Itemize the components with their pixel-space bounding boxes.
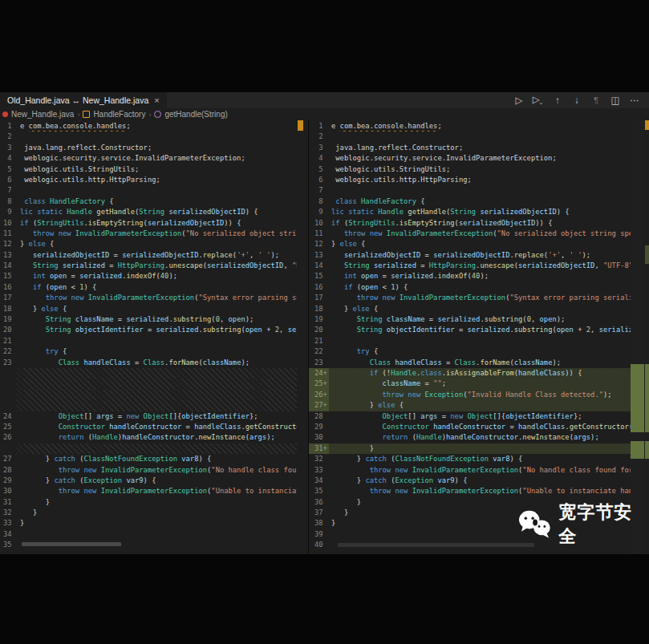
diagonal-hatch [16,379,297,389]
right-horizontal-scrollbar[interactable] [338,543,534,547]
line-number: 25+ [314,379,324,389]
code-row-inserted[interactable]: 31+ } [309,444,631,454]
previous-change-button[interactable]: ↑ [548,92,567,108]
code-row[interactable]: 10if (StringUtils.isEmptyString(serializ… [0,218,297,229]
code-row[interactable]: 22 try { [309,346,631,357]
code-row[interactable]: 12} else { [0,239,297,249]
code-row[interactable]: 21 [0,336,297,346]
code-row[interactable]: 7 [309,185,631,196]
breadcrumb-item[interactable]: HandleFactory [83,110,145,119]
code-row-inserted[interactable]: 25+ className = ""; [309,379,631,389]
code-row[interactable]: 23 Class handleClass = Class.forName(cla… [309,358,631,368]
toggle-whitespace-button[interactable]: ¶ [586,92,606,108]
code-row[interactable]: 17 throw new InvalidParameterException("… [309,293,631,303]
code-row[interactable]: 26 return (Handle)handleConstructor.newI… [0,432,297,443]
breadcrumb-label: New_Handle.java [11,110,74,119]
code-row[interactable]: 20 String objectIdentifier = serialized.… [309,325,631,335]
code-row[interactable]: 9lic static Handle getHandle(String seri… [0,207,297,217]
line-number: 3 [3,143,13,153]
code-row[interactable]: 11 throw new InvalidParameterException("… [309,229,631,239]
line-number: 23 [3,358,13,368]
code-row[interactable]: 1e com.bea.console.handles; [0,121,297,132]
code-row[interactable]: 18 } else { [0,304,297,314]
code-row[interactable]: 31 } [0,497,297,508]
warning-mark [645,120,649,130]
code-row[interactable]: 21 [309,336,631,346]
code-row[interactable]: 30 return (Handle)handleConstructor.newI… [309,432,631,443]
code-row[interactable]: 33 throw new InvalidParameterException("… [309,465,631,476]
code-row[interactable]: 16 if (open < 1) { [0,282,297,293]
code-row[interactable]: 6 weblogic.utils.http.HttpParsing; [0,175,297,185]
code-row[interactable]: 25 Constructor handleConstructor = handl… [0,422,297,432]
code-row[interactable]: 15 int open = serialized.indexOf(40); [309,271,631,281]
code-row[interactable]: 9lic static Handle getHandle(String seri… [309,207,631,217]
code-row[interactable]: 29 } catch (Exception var9) { [0,476,297,486]
code-row[interactable]: 8 class HandleFactory { [309,196,631,207]
code-row[interactable]: 3 java.lang.reflect.Constructor; [309,143,631,153]
next-change-button[interactable]: ↓ [567,92,586,108]
code-row[interactable]: 7 [0,185,297,196]
minimap[interactable] [631,120,644,554]
code-row[interactable]: 32 } catch (ClassNotFoundException var8)… [309,454,631,464]
code-row[interactable]: 19 String className = serialized.substri… [309,314,631,325]
code-row[interactable]: 28 Object[] args = new Object[]{objectId… [309,411,631,422]
code-row[interactable]: 4 weblogic.security.service.InvalidParam… [309,153,631,164]
breadcrumb-item[interactable]: New_Handle.java [2,110,74,119]
diff-tab[interactable]: Old_Handle.java ↔ New_Handle.java × [0,92,167,108]
code-row[interactable]: 27 } catch (ClassNotFoundException var8)… [0,454,297,464]
code-row[interactable]: 34 [0,529,297,540]
close-icon[interactable]: × [154,96,159,105]
code-line [331,185,631,196]
code-row[interactable]: 5 weblogic.utils.StringUtils; [0,164,297,175]
code-row[interactable]: 13 serializedObjectID = serializedObject… [0,250,297,261]
diff-filler-row [0,400,297,411]
code-row[interactable]: 29 Constructor handleConstructor = handl… [309,422,631,432]
run-or-debug-button[interactable]: ▷⌄ [529,91,548,109]
code-row[interactable]: 3 java.lang.reflect.Constructor; [0,143,297,153]
code-line: } [20,497,297,508]
code-row[interactable]: 1e com.bea.console.handles; [309,121,631,132]
code-row[interactable]: 23 Class handleClass = Class.forName(cla… [0,358,297,368]
code-row[interactable]: 28 throw new InvalidParameterException("… [0,465,297,476]
code-row[interactable]: 33} [0,518,297,529]
code-row[interactable]: 10if (StringUtils.isEmptyString(serializ… [309,218,631,229]
code-row-inserted[interactable]: 27+ } else { [309,400,631,411]
code-row[interactable]: 17 throw new InvalidParameterException("… [0,293,297,303]
code-row[interactable]: 15 int open = serialized.indexOf(40); [0,271,297,281]
code-row[interactable]: 13 serializedObjectID = serializedObject… [309,250,631,261]
code-line: if (StringUtils.isEmptyString(serialized… [20,218,297,229]
code-row[interactable]: 16 if (open < 1) { [309,282,631,293]
left-overview-ruler[interactable] [297,120,307,554]
left-horizontal-scrollbar[interactable] [22,542,121,546]
code-row[interactable]: 30 throw new InvalidParameterException("… [0,486,297,496]
code-row[interactable]: 12} else { [309,239,631,249]
code-row[interactable]: 14 String serialized = HttpParsing.unesc… [309,261,631,271]
line-number: 9 [314,207,324,217]
code-row[interactable]: 5 weblogic.utils.StringUtils; [309,164,631,175]
code-row[interactable]: 11 throw new InvalidParameterException("… [0,229,297,239]
code-row[interactable]: 8 class HandleFactory { [0,196,297,207]
code-row[interactable]: 2 [309,132,631,142]
code-row-inserted[interactable]: 26+ throw new Exception("Invalid Handle … [309,390,631,400]
split-editor-button[interactable]: ◫ [606,92,625,108]
more-actions-button[interactable]: ⋯ [625,92,644,108]
code-line: weblogic.utils.StringUtils; [331,164,631,175]
code-row-inserted[interactable]: 24+ if (!Handle.class.isAssignableFrom(h… [309,368,631,379]
code-row[interactable]: 6 weblogic.utils.http.HttpParsing; [309,175,631,185]
run-button[interactable]: ▷ [509,92,529,108]
code-row[interactable]: 20 String objectIdentifier = serialized.… [0,325,297,335]
breadcrumb-item[interactable]: getHandle(String) [154,110,227,119]
code-row[interactable]: 24 Object[] args = new Object[]{objectId… [0,411,297,422]
right-overview-ruler[interactable] [644,120,649,554]
code-row[interactable]: 19 String className = serialized.substri… [0,314,297,325]
code-row[interactable]: 34 } catch (Exception var9) { [309,476,631,486]
code-row[interactable]: 2 [0,132,297,142]
code-row[interactable]: 4 weblogic.security.service.InvalidParam… [0,153,297,164]
line-number: 11 [314,229,324,239]
code-row[interactable]: 22 try { [0,346,297,357]
code-line: if (StringUtils.isEmptyString(serialized… [331,218,631,229]
code-row[interactable]: 32 } [0,508,297,518]
code-row[interactable]: 18 } else { [309,304,631,314]
code-row[interactable]: 35 throw new InvalidParameterException("… [309,486,631,496]
code-row[interactable]: 14 String serialized = HttpParsing.unesc… [0,261,297,271]
